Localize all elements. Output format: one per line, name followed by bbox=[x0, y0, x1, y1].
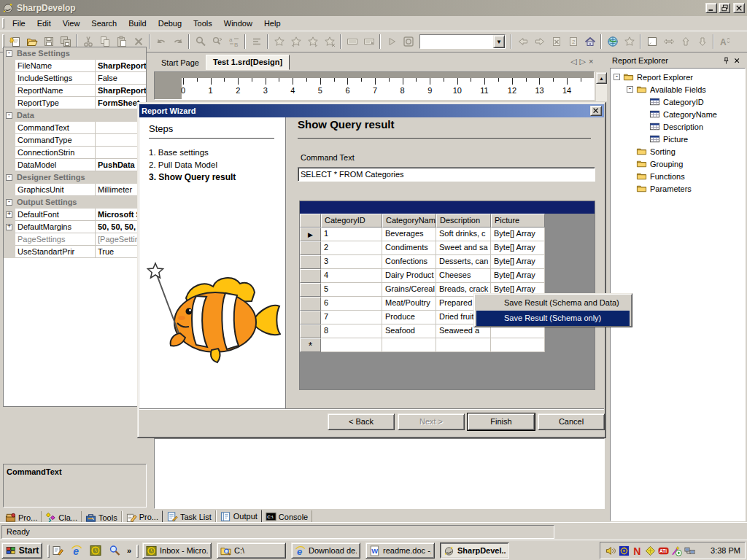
menu-file[interactable]: File bbox=[7, 18, 31, 30]
property-row[interactable]: UseStandartPrirTrue bbox=[4, 246, 146, 258]
property-label[interactable]: IncludeSettings bbox=[15, 72, 96, 85]
column-header-categoryid[interactable]: CategoryID bbox=[321, 214, 382, 228]
menu-edit[interactable]: Edit bbox=[31, 18, 57, 30]
property-label[interactable]: DefaultFont bbox=[15, 209, 96, 221]
finish-button[interactable]: Finish bbox=[468, 413, 535, 430]
tab-test-1-srd-design-[interactable]: Test 1.srd[Design] bbox=[206, 55, 290, 70]
expand-icon[interactable]: + bbox=[4, 221, 15, 233]
switch-doc-button[interactable]: 2 bbox=[565, 34, 581, 50]
expand-icon[interactable]: + bbox=[4, 209, 15, 221]
taskbar-grip[interactable] bbox=[136, 545, 139, 558]
magic-wand-icon[interactable] bbox=[670, 545, 683, 556]
property-label[interactable]: ReportName bbox=[15, 85, 96, 97]
table-cell[interactable]: Byte[] Array bbox=[491, 255, 545, 269]
table-cell[interactable]: Byte[] Array bbox=[491, 241, 545, 255]
macro-record-button[interactable] bbox=[344, 34, 360, 50]
column-header-categorynam[interactable]: CategoryNam bbox=[382, 214, 436, 228]
chevron-down-icon[interactable]: ▼ bbox=[493, 35, 505, 48]
tab-task-list[interactable]: Task List bbox=[163, 510, 216, 523]
table-cell[interactable]: Dairy Product bbox=[382, 269, 436, 283]
table-cell[interactable]: 8 bbox=[321, 324, 382, 338]
task-button-c-[interactable]: C:\ bbox=[217, 542, 286, 559]
command-text-input[interactable] bbox=[298, 167, 595, 182]
row-selector[interactable] bbox=[300, 283, 321, 297]
tree-item-functions[interactable]: Functions bbox=[611, 170, 745, 182]
removable-disk-icon[interactable] bbox=[644, 545, 657, 556]
toolbar-combobox-value[interactable] bbox=[420, 35, 493, 48]
row-selector[interactable] bbox=[300, 255, 321, 269]
wizard-close-button[interactable] bbox=[590, 106, 602, 116]
down-arrow-button[interactable] bbox=[694, 34, 711, 50]
tree-item-categoryname[interactable]: CategoryName bbox=[611, 108, 745, 120]
column-header-description[interactable]: Description bbox=[436, 214, 491, 228]
collapse-icon[interactable]: - bbox=[4, 196, 15, 209]
radio-icon[interactable] bbox=[618, 545, 630, 556]
show-desktop-button[interactable] bbox=[50, 543, 66, 558]
table-cell[interactable]: Byte[] Array bbox=[491, 269, 545, 283]
table-cell[interactable]: Soft drinks, c bbox=[436, 228, 491, 241]
outlook-button[interactable] bbox=[88, 543, 104, 558]
table-cell[interactable] bbox=[491, 338, 545, 352]
table-cell[interactable]: Sweet and sa bbox=[436, 241, 491, 255]
restore-button[interactable] bbox=[719, 3, 730, 13]
scrollbar-track[interactable] bbox=[596, 84, 607, 101]
row-selector[interactable] bbox=[300, 324, 321, 338]
collapse-icon[interactable]: - bbox=[4, 109, 15, 122]
find-in-files-button[interactable] bbox=[209, 34, 225, 50]
new-row[interactable]: * bbox=[300, 338, 595, 352]
task-button-download-de-[interactable]: eDownload de... bbox=[291, 542, 360, 559]
row-selector[interactable]: ▶ bbox=[300, 228, 321, 241]
menu-tools[interactable]: Tools bbox=[187, 18, 218, 30]
property-label[interactable]: CommandText bbox=[15, 122, 96, 134]
tree-expander-icon[interactable]: - bbox=[627, 86, 633, 93]
property-row[interactable]: ReportTypeFormSheet bbox=[4, 97, 146, 109]
table-cell[interactable]: Meat/Poultry bbox=[382, 297, 436, 311]
bookmark-next-button[interactable] bbox=[304, 34, 321, 50]
property-label[interactable]: GraphicsUnit bbox=[15, 184, 96, 196]
table-cell[interactable]: Beverages bbox=[382, 228, 436, 241]
table-cell[interactable] bbox=[382, 338, 436, 352]
menu-debug[interactable]: Debug bbox=[152, 18, 187, 30]
back-button[interactable]: < Back bbox=[328, 413, 395, 430]
stop-button[interactable] bbox=[400, 34, 417, 50]
nav-forward-button[interactable] bbox=[531, 34, 548, 50]
bookmark-button[interactable] bbox=[271, 34, 287, 50]
table-cell[interactable]: 5 bbox=[321, 283, 382, 297]
h-arrows-button[interactable] bbox=[660, 34, 677, 50]
property-row[interactable]: ConnectionStrin bbox=[4, 147, 146, 159]
start-button[interactable]: Start bbox=[1, 542, 42, 559]
menu-window[interactable]: Window bbox=[218, 18, 258, 30]
property-value[interactable]: False bbox=[96, 72, 146, 85]
toolbar-combobox[interactable]: ▼ bbox=[419, 34, 506, 49]
table-cell[interactable]: Seafood bbox=[382, 324, 436, 338]
property-value[interactable]: SharpReport1.sr bbox=[96, 60, 146, 72]
close-button[interactable] bbox=[733, 3, 745, 13]
table-cell[interactable]: Byte[] Array bbox=[491, 228, 545, 241]
property-row[interactable]: GraphicsUnitMillimeter bbox=[4, 184, 146, 196]
context-menu-item-schema-only[interactable]: Save Result (Schema only) bbox=[476, 311, 630, 326]
tree-item-report-explorer[interactable]: -Report Explorer bbox=[611, 71, 745, 83]
property-label[interactable]: ReportType bbox=[15, 97, 96, 109]
table-cell[interactable]: Cheeses bbox=[436, 269, 491, 283]
property-row[interactable]: PageSettings[PageSettings: Col bbox=[4, 233, 146, 246]
browser-button[interactable] bbox=[604, 34, 621, 50]
cancel-button[interactable]: Cancel bbox=[538, 413, 605, 430]
designer-vertical-scrollbar[interactable]: ▲ bbox=[596, 72, 607, 101]
tab-close-icon[interactable]: × bbox=[589, 57, 593, 66]
run-button[interactable] bbox=[383, 34, 400, 50]
property-label[interactable]: UseStandartPrir bbox=[15, 246, 96, 258]
internet-explorer-button[interactable]: e bbox=[69, 543, 85, 558]
row-selector[interactable] bbox=[300, 241, 321, 255]
next-button[interactable]: Next > bbox=[398, 413, 465, 430]
search-button[interactable] bbox=[107, 543, 123, 558]
collapse-icon[interactable]: - bbox=[4, 47, 15, 60]
property-row[interactable]: IncludeSettingsFalse bbox=[4, 72, 146, 85]
tree-item-picture[interactable]: Picture bbox=[611, 133, 745, 145]
network-icon[interactable] bbox=[684, 545, 696, 556]
menu-help[interactable]: Help bbox=[258, 18, 287, 30]
table-cell[interactable]: 7 bbox=[321, 311, 382, 324]
property-row[interactable]: CommandType bbox=[4, 134, 146, 147]
table-cell[interactable]: 2 bbox=[321, 241, 382, 255]
row-selector[interactable] bbox=[300, 297, 321, 311]
column-header-picture[interactable]: Picture bbox=[491, 214, 545, 228]
